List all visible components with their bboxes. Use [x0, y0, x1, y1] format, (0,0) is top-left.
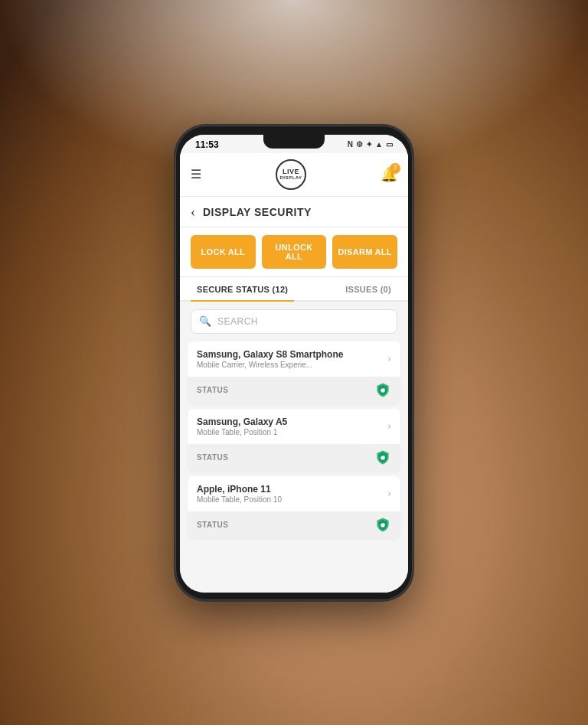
network-icon: N [348, 140, 353, 149]
unlock-all-button[interactable]: UNLOCK ALL [262, 235, 327, 269]
phone-screen: 11:53 N ⚙ ✦ ▲ ▭ ☰ LIVE [180, 135, 408, 593]
status-time: 11:53 [195, 139, 219, 150]
device-card-0: Samsung, Galaxy S8 Smartphone Mobile Car… [188, 341, 400, 404]
phone-wrapper: 11:53 N ⚙ ✦ ▲ ▭ ☰ LIVE [175, 126, 413, 600]
device-card-2: Apple, iPhone 11 Mobile Table, Position … [188, 476, 400, 539]
device-status-0: STATUS [188, 377, 400, 404]
device-info-1: Samsung, Galaxy A5 Mobile Table, Positio… [197, 416, 387, 436]
chevron-icon-2: › [387, 488, 391, 500]
status-label-2: STATUS [197, 521, 229, 529]
device-name-1: Samsung, Galaxy A5 [197, 416, 387, 427]
device-name-0: Samsung, Galaxy S8 Smartphone [197, 349, 387, 360]
bluetooth-icon: ⚙ [356, 140, 363, 149]
battery-icon: ▭ [386, 140, 393, 149]
device-card-1: Samsung, Galaxy A5 Mobile Table, Positio… [188, 409, 400, 472]
search-box[interactable]: 🔍 SEARCH [191, 309, 397, 334]
app-logo: LIVE DISPLAY [276, 159, 306, 190]
phone-notch [263, 135, 325, 149]
back-button[interactable]: ‹ [191, 204, 195, 220]
page-header: ‹ DISPLAY SECURITY [180, 197, 408, 227]
shield-icon-2 [374, 517, 391, 534]
chevron-icon-0: › [387, 353, 391, 365]
hamburger-icon[interactable]: ☰ [191, 167, 201, 181]
top-nav: ☰ LIVE DISPLAY 🔔 7 [180, 153, 408, 197]
chevron-icon-1: › [387, 420, 391, 433]
shield-icon-1 [374, 449, 391, 466]
page-title: DISPLAY SECURITY [203, 206, 312, 218]
tab-secure-status[interactable]: SECURE STATUS (12) [191, 277, 294, 302]
search-wrapper: 🔍 SEARCH [180, 302, 408, 341]
logo-display-text: DISPLAY [280, 175, 302, 180]
search-placeholder: SEARCH [217, 316, 258, 327]
phone-device: 11:53 N ⚙ ✦ ▲ ▭ ☰ LIVE [175, 126, 413, 600]
shield-icon-0 [374, 382, 391, 399]
bell-wrapper[interactable]: 🔔 7 [381, 166, 397, 183]
disarm-all-button[interactable]: DISARM ALL [332, 235, 397, 269]
app-content: ☰ LIVE DISPLAY 🔔 7 ‹ DISPLAY SECU [180, 153, 408, 593]
device-main-0[interactable]: Samsung, Galaxy S8 Smartphone Mobile Car… [188, 341, 400, 377]
status-icons: N ⚙ ✦ ▲ ▭ [348, 140, 393, 149]
device-status-2: STATUS [188, 511, 400, 539]
device-sub-2: Mobile Table, Position 10 [197, 495, 387, 504]
scene: 11:53 N ⚙ ✦ ▲ ▭ ☰ LIVE [0, 0, 588, 725]
device-sub-0: Mobile Carrier, Wireless Experie... [197, 361, 387, 369]
device-info-2: Apple, iPhone 11 Mobile Table, Position … [197, 484, 387, 504]
logo-live-text: LIVE [283, 168, 299, 175]
wifi-icon: ▲ [375, 140, 383, 149]
status-label-1: STATUS [197, 453, 229, 462]
device-main-2[interactable]: Apple, iPhone 11 Mobile Table, Position … [188, 476, 400, 511]
device-name-2: Apple, iPhone 11 [197, 484, 387, 495]
device-status-1: STATUS [188, 444, 400, 472]
device-list: Samsung, Galaxy S8 Smartphone Mobile Car… [180, 341, 408, 593]
settings-icon: ✦ [366, 140, 372, 149]
tab-issues[interactable]: ISSUES (0) [339, 277, 397, 302]
tab-spacer [294, 277, 339, 300]
device-sub-1: Mobile Table, Position 1 [197, 428, 387, 436]
lock-all-button[interactable]: LOCK ALL [191, 235, 256, 269]
action-buttons-bar: LOCK ALL UNLOCK ALL DISARM ALL [180, 227, 408, 277]
device-info-0: Samsung, Galaxy S8 Smartphone Mobile Car… [197, 349, 387, 369]
notification-badge: 7 [390, 163, 400, 174]
tabs-bar: SECURE STATUS (12) ISSUES (0) [180, 277, 408, 302]
search-icon: 🔍 [199, 315, 211, 328]
status-label-0: STATUS [197, 386, 229, 394]
device-main-1[interactable]: Samsung, Galaxy A5 Mobile Table, Positio… [188, 409, 400, 444]
